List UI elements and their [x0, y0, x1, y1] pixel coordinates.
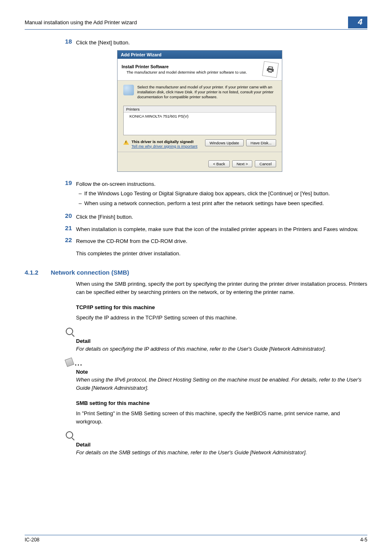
- warning-icon: [123, 140, 129, 145]
- note-title: Note: [76, 369, 367, 375]
- step-number: 21: [58, 224, 76, 234]
- page-header: Manual installation using the Add Printe…: [25, 16, 367, 30]
- magnifier-icon: [66, 328, 73, 335]
- have-disk-button[interactable]: Have Disk...: [246, 139, 276, 146]
- wizard-screenshot: Add Printer Wizard Install Printer Softw…: [117, 50, 367, 172]
- step-20: 20 Click the [Finish] button.: [58, 212, 367, 221]
- step-text: Click the [Next] button.: [76, 38, 367, 47]
- step-22: 22 Remove the CD-ROM from the CD-ROM dri…: [58, 236, 367, 245]
- page-footer: IC-208 4-5: [25, 535, 367, 543]
- section-heading: 4.1.2 Network connection (SMB): [25, 269, 367, 276]
- section-number: 4.1.2: [25, 269, 38, 276]
- smb-text: In "Print Setting" in the SMB Setting sc…: [58, 409, 367, 426]
- footer-left: IC-208: [25, 537, 39, 543]
- note-callout: ...: [66, 358, 367, 367]
- tcpip-heading: TCP/IP setting for this machine: [58, 304, 367, 310]
- detail-title: Detail: [76, 442, 367, 448]
- listbox-item[interactable]: KONICA MINOLTA 751/601 PS(V): [124, 113, 276, 120]
- smb-heading: SMB setting for this machine: [58, 400, 367, 406]
- detail-callout: [66, 328, 367, 336]
- listbox-header: Printers: [124, 106, 276, 113]
- footer-right: 4-5: [360, 537, 367, 543]
- wizard-heading: Install Printer Software: [122, 64, 263, 69]
- detail-callout: [66, 431, 367, 440]
- step-number: 22: [58, 236, 76, 245]
- note-body: When using the IPv6 protocol, the Direct…: [76, 376, 367, 392]
- pencil-icon: [65, 357, 74, 367]
- closing-text: This completes the printer driver instal…: [76, 250, 367, 258]
- dots-icon: ...: [75, 360, 83, 367]
- detail-body: For details on specifying the IP address…: [76, 345, 367, 353]
- section-intro: When using the SMB printing, specify the…: [58, 280, 367, 296]
- step-sub-bullet: When using a network connection, perform…: [84, 199, 367, 208]
- magnifier-icon: [66, 431, 73, 439]
- step-18: 18 Click the [Next] button.: [58, 38, 367, 47]
- next-button[interactable]: Next >: [232, 160, 253, 167]
- step-number: 18: [58, 38, 76, 47]
- chapter-number: 4: [348, 16, 367, 28]
- step-19: 19 Follow the on-screen instructions. – …: [58, 179, 367, 209]
- disk-icon: [123, 85, 134, 95]
- detail-title: Detail: [76, 338, 367, 344]
- step-number: 20: [58, 212, 76, 221]
- step-text: Remove the CD-ROM from the CD-ROM drive.: [76, 236, 367, 245]
- warning-text: This driver is not digitally signed!: [131, 139, 198, 144]
- step-sub-bullet: If the Windows Logo Testing or Digital S…: [84, 190, 367, 198]
- section-title: Network connection (SMB): [51, 269, 129, 276]
- printers-listbox[interactable]: Printers KONICA MINOLTA 751/601 PS(V): [123, 106, 276, 135]
- step-text: Follow the on-screen instructions.: [76, 180, 367, 188]
- step-text: When installation is complete, make sure…: [76, 224, 367, 234]
- header-title: Manual installation using the Add Printe…: [25, 19, 137, 25]
- step-text: Click the [Finish] button.: [76, 212, 367, 221]
- step-number: 19: [58, 179, 76, 209]
- detail-body: For details on the SMB settings of this …: [76, 449, 367, 457]
- wizard-titlebar: Add Printer Wizard: [118, 51, 282, 59]
- step-21: 21 When installation is complete, make s…: [58, 224, 367, 234]
- tcpip-text: Specify the IP address in the TCP/IP Set…: [58, 314, 367, 322]
- printer-icon: [262, 61, 279, 78]
- wizard-subheading: The manufacturer and model determine whi…: [122, 70, 263, 74]
- back-button[interactable]: < Back: [208, 160, 229, 167]
- wizard-info-text: Select the manufacturer and model of you…: [137, 85, 276, 100]
- warning-link[interactable]: Tell me why driver signing is important: [131, 144, 198, 148]
- windows-update-button[interactable]: Windows Update: [205, 139, 244, 146]
- cancel-button[interactable]: Cancel: [255, 160, 276, 167]
